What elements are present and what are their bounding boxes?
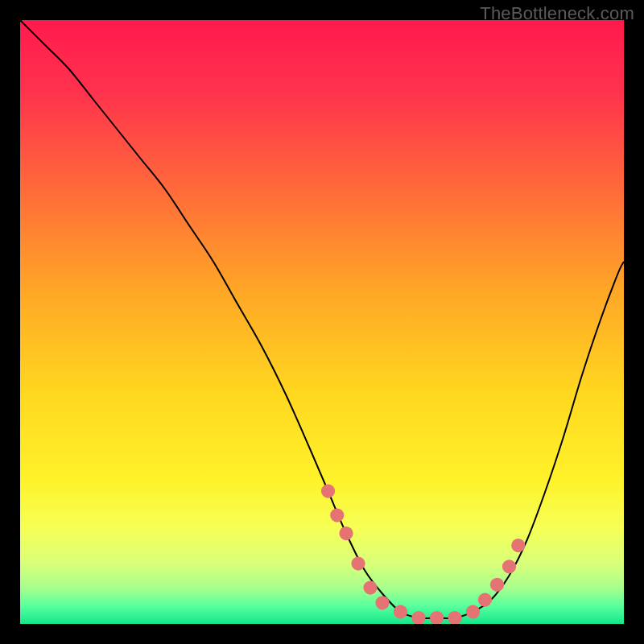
- marker-point: [394, 605, 407, 618]
- marker-point: [490, 578, 504, 592]
- marker-point: [511, 539, 525, 552]
- bottleneck-markers: [321, 484, 526, 624]
- watermark-text: TheBottleneck.com: [480, 3, 634, 24]
- marker-point: [375, 596, 389, 609]
- marker-point: [351, 556, 365, 570]
- marker-point: [430, 611, 444, 624]
- chart-area: [20, 20, 624, 624]
- marker-point: [363, 580, 377, 594]
- chart-markers-layer: [20, 20, 624, 624]
- marker-point: [478, 592, 492, 606]
- marker-point: [466, 605, 480, 618]
- marker-point: [330, 508, 344, 522]
- marker-point: [339, 526, 353, 540]
- marker-point: [411, 611, 425, 624]
- marker-point: [448, 611, 461, 624]
- marker-point: [321, 484, 335, 497]
- marker-point: [502, 559, 516, 573]
